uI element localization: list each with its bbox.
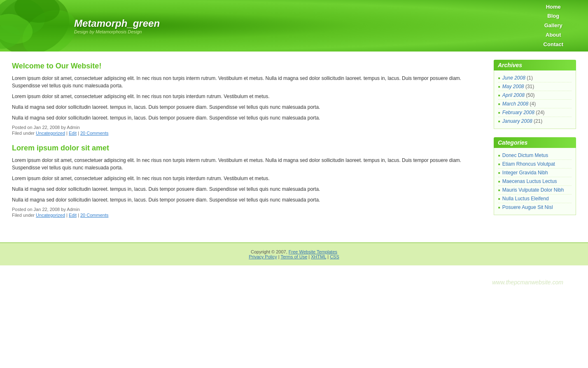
footer-privacy-link[interactable]: Privacy Policy <box>249 254 277 259</box>
archive-count: (50) <box>526 92 534 98</box>
category-item: Maecenas Luctus Lectus <box>498 177 572 186</box>
category-item: Donec Dictum Metus <box>498 151 572 160</box>
post-paragraph: Nulla id magna sed dolor sollicitudin la… <box>12 185 485 193</box>
post-edit-link[interactable]: Edit <box>69 213 77 218</box>
category-item: Integer Gravida Nibh <box>498 169 572 177</box>
post-body-2: Lorem ipsum dolor sit amet, consectetuer… <box>12 157 485 204</box>
category-item: Mauris Vulputate Dolor Nibh <box>498 186 572 195</box>
post-category-link[interactable]: Uncategorized <box>36 131 65 136</box>
archive-count: (21) <box>534 118 542 124</box>
post-paragraph: Nulla id magna sed dolor sollicitudin la… <box>12 196 485 204</box>
category-item: Posuere Augue Sit Nisl <box>498 203 572 211</box>
post-title-1: Welcome to Our Website! <box>12 62 485 70</box>
page-wrapper: Welcome to Our Website!Lorem ipsum dolor… <box>6 52 582 234</box>
archive-item: April 2008 (50) <box>498 91 572 100</box>
category-link[interactable]: Maecenas Luctus Lectus <box>502 178 557 184</box>
post-meta-2: Posted on Jan 22, 2008 by Admin <box>12 207 485 212</box>
archives-widget: ArchivesJune 2008 (1)May 2008 (31)April … <box>494 60 576 129</box>
nav-item-about[interactable]: About <box>546 31 561 40</box>
archive-count: (24) <box>536 110 544 115</box>
footer-css-link[interactable]: CSS <box>330 254 339 259</box>
nav-item-gallery[interactable]: Gallery <box>544 21 562 30</box>
categories-title: Categories <box>494 137 576 148</box>
archive-link[interactable]: January 2008 <box>502 118 532 124</box>
footer-terms-link[interactable]: Terms of Use <box>280 254 307 259</box>
post-filed-1: Filed under Uncategorized | Edit | 20 Co… <box>12 131 485 136</box>
archives-body: June 2008 (1)May 2008 (31)April 2008 (50… <box>494 70 576 129</box>
post-edit-link[interactable]: Edit <box>69 131 77 136</box>
category-link[interactable]: Donec Dictum Metus <box>502 152 548 158</box>
post-filed-2: Filed under Uncategorized | Edit | 20 Co… <box>12 213 485 218</box>
archive-link[interactable]: April 2008 <box>502 92 525 98</box>
category-link[interactable]: Etiam Rhoncus Volutpat <box>502 161 555 167</box>
categories-widget: CategoriesDonec Dictum MetusEtiam Rhoncu… <box>494 137 576 215</box>
category-item: Nulla Luctus Eleifend <box>498 195 572 203</box>
post-meta-1: Posted on Jan 22, 2008 by Admin <box>12 125 485 130</box>
archive-count: (31) <box>525 84 534 89</box>
site-header: Metamorph_green Design by Metamorphosis … <box>0 0 588 52</box>
post-paragraph: Lorem ipsum dolor sit amet, consectetuer… <box>12 157 485 171</box>
post-paragraph: Lorem ipsum dolor sit amet, consectetuer… <box>12 175 485 182</box>
footer-templates-link[interactable]: Free Website Templates <box>289 249 337 254</box>
post-paragraph: Nulla id magna sed dolor sollicitudin la… <box>12 114 485 122</box>
site-title-area: Metamorph_green Design by Metamorphosis … <box>74 18 160 34</box>
categories-body: Donec Dictum MetusEtiam Rhoncus Volutpat… <box>494 148 576 215</box>
archive-link[interactable]: March 2008 <box>502 101 528 107</box>
sidebar: ArchivesJune 2008 (1)May 2008 (31)April … <box>494 60 576 226</box>
post-paragraph: Lorem ipsum dolor sit amet, consectetuer… <box>12 93 485 100</box>
archive-item: June 2008 (1) <box>498 74 572 82</box>
nav-item-blog[interactable]: Blog <box>547 12 559 21</box>
post-category-link[interactable]: Uncategorized <box>36 213 65 218</box>
footer-xhtml-link[interactable]: XHTML <box>311 254 326 259</box>
footer-copyright: Copyright © 2007, Free Website Templates <box>6 249 582 254</box>
archive-item: January 2008 (21) <box>498 117 572 125</box>
footer-links: Privacy Policy | Terms of Use | XHTML | … <box>6 254 582 259</box>
category-link[interactable]: Mauris Vulputate Dolor Nibh <box>502 187 564 193</box>
nav-item-contact[interactable]: Contact <box>544 40 563 49</box>
category-item: Etiam Rhoncus Volutpat <box>498 160 572 169</box>
main-nav: HomeBlogGalleryAboutContact <box>544 3 580 49</box>
archive-item: February 2008 (24) <box>498 108 572 117</box>
nav-item-home[interactable]: Home <box>546 3 561 12</box>
archive-item: March 2008 (4) <box>498 100 572 108</box>
archive-item: May 2008 (31) <box>498 82 572 91</box>
post-paragraph: Lorem ipsum dolor sit amet, consectetuer… <box>12 75 485 89</box>
post-2: Lorem ipsum dolor sit ametLorem ipsum do… <box>12 144 485 218</box>
main-content: Welcome to Our Website!Lorem ipsum dolor… <box>12 60 485 226</box>
post-body-1: Lorem ipsum dolor sit amet, consectetuer… <box>12 75 485 122</box>
site-subtitle: Design by Metamorphosis Design <box>74 29 160 34</box>
post-comments-link[interactable]: 20 Comments <box>80 213 108 218</box>
category-link[interactable]: Nulla Luctus Eleifend <box>502 196 549 202</box>
archive-count: (4) <box>530 101 536 107</box>
post-paragraph: Nulla id magna sed dolor sollicitudin la… <box>12 103 485 111</box>
post-title-2: Lorem ipsum dolor sit amet <box>12 144 485 152</box>
post-1: Welcome to Our Website!Lorem ipsum dolor… <box>12 62 485 136</box>
category-link[interactable]: Posuere Augue Sit Nisl <box>502 204 553 210</box>
site-footer: Copyright © 2007, Free Website Templates… <box>0 242 588 265</box>
post-comments-link[interactable]: 20 Comments <box>80 131 108 136</box>
archive-link[interactable]: May 2008 <box>502 84 524 89</box>
archives-title: Archives <box>494 60 576 70</box>
archive-link[interactable]: June 2008 <box>502 75 525 81</box>
archive-link[interactable]: February 2008 <box>502 110 534 115</box>
category-link[interactable]: Integer Gravida Nibh <box>502 170 548 176</box>
archive-count: (1) <box>527 75 533 81</box>
site-title: Metamorph_green <box>74 18 160 29</box>
